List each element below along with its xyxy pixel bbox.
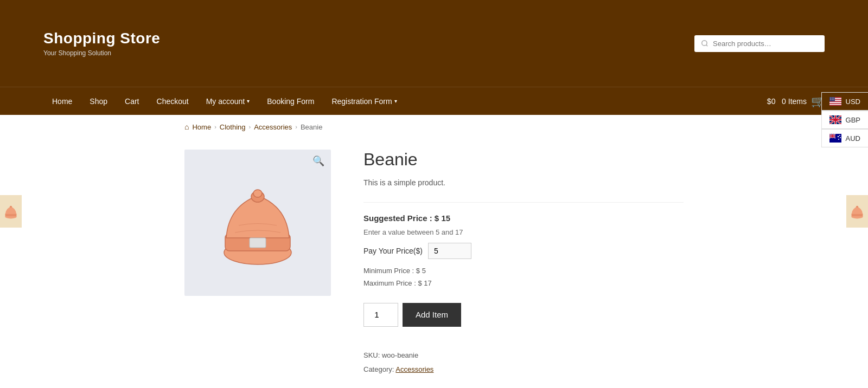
nav-registration-form[interactable]: Registration Form ▾ bbox=[323, 87, 405, 115]
next-product-image bbox=[850, 202, 865, 221]
next-product-thumb[interactable] bbox=[846, 195, 868, 228]
search-icon bbox=[701, 40, 709, 47]
brand: Shopping Store Your Shopping Solution bbox=[43, 30, 160, 57]
svg-point-13 bbox=[830, 98, 831, 98]
max-price: Maximum Price : $ 17 bbox=[363, 277, 684, 289]
svg-point-18 bbox=[833, 99, 834, 100]
breadcrumb-sep: › bbox=[214, 124, 216, 130]
currency-usd-label: USD bbox=[846, 98, 860, 106]
svg-line-1 bbox=[706, 45, 708, 47]
pricing-section: Suggested Price : $ 15 Enter a value bet… bbox=[363, 202, 684, 290]
currency-aud-label: AUD bbox=[846, 134, 860, 143]
cart-area[interactable]: $0 0 Items 🛒 bbox=[767, 95, 825, 108]
product-image bbox=[214, 174, 301, 271]
currency-gbp[interactable]: GBP bbox=[821, 111, 868, 129]
svg-point-39 bbox=[839, 135, 840, 136]
svg-rect-11 bbox=[829, 104, 841, 105]
store-name: Shopping Store bbox=[43, 30, 160, 47]
min-max-info: Minimum Price : $ 5 Maximum Price : $ 17 bbox=[363, 264, 684, 290]
currency-aud[interactable]: AUD bbox=[821, 129, 868, 147]
nav-home[interactable]: Home bbox=[43, 87, 81, 115]
breadcrumb-home[interactable]: Home bbox=[192, 123, 211, 131]
currency-gbp-label: GBP bbox=[846, 116, 860, 124]
pay-your-price-row: Pay Your Price($) bbox=[363, 243, 684, 259]
product-sku: SKU: woo-beanie bbox=[363, 348, 684, 363]
site-header: Shopping Store Your Shopping Solution bbox=[0, 0, 868, 87]
breadcrumb-sep: › bbox=[295, 124, 297, 130]
svg-rect-12 bbox=[829, 97, 835, 101]
product-category-link[interactable]: Accessories bbox=[395, 365, 433, 373]
svg-point-47 bbox=[856, 206, 858, 208]
svg-point-40 bbox=[840, 137, 841, 138]
nav-my-account[interactable]: My account ▾ bbox=[197, 87, 259, 115]
flag-usd-icon bbox=[829, 97, 841, 106]
nav-booking-form[interactable]: Booking Form bbox=[258, 87, 323, 115]
prev-product-thumb[interactable] bbox=[0, 195, 22, 228]
suggested-price: Suggested Price : $ 15 bbox=[363, 214, 684, 223]
svg-point-14 bbox=[832, 98, 832, 98]
store-tagline: Your Shopping Solution bbox=[43, 49, 160, 57]
svg-point-5 bbox=[253, 190, 262, 197]
cart-price: $0 0 Items bbox=[767, 97, 807, 106]
svg-point-17 bbox=[832, 99, 832, 100]
quantity-input[interactable] bbox=[363, 303, 398, 327]
product-details: Beanie This is a simple product. Suggest… bbox=[363, 150, 684, 377]
pay-your-price-label: Pay Your Price($) bbox=[363, 247, 423, 255]
svg-point-0 bbox=[702, 41, 707, 46]
nav-checkout[interactable]: Checkout bbox=[148, 87, 197, 115]
search-box[interactable] bbox=[694, 35, 825, 52]
add-to-cart-row: Add Item bbox=[363, 303, 684, 327]
svg-point-44 bbox=[10, 206, 12, 208]
min-price: Minimum Price : $ 5 bbox=[363, 264, 684, 277]
price-note: Enter a value between 5 and 17 bbox=[363, 228, 684, 236]
nav-shop[interactable]: Shop bbox=[81, 87, 116, 115]
breadcrumb-current: Beanie bbox=[301, 123, 322, 131]
product-category: Category: Accessories bbox=[363, 363, 684, 377]
breadcrumb: ⌂ Home › Clothing › Accessories › Beanie bbox=[0, 115, 868, 139]
add-item-button[interactable]: Add Item bbox=[403, 303, 461, 327]
svg-point-38 bbox=[837, 136, 838, 137]
breadcrumb-accessories[interactable]: Accessories bbox=[254, 123, 292, 131]
product-title: Beanie bbox=[363, 150, 684, 170]
zoom-icon[interactable]: 🔍 bbox=[312, 155, 324, 167]
chevron-down-icon: ▾ bbox=[247, 98, 250, 104]
product-main: 🔍 Beanie This is a simple product. Sugge… bbox=[0, 139, 868, 387]
flag-aud-icon bbox=[829, 134, 841, 143]
nav-cart[interactable]: Cart bbox=[116, 87, 148, 115]
svg-rect-6 bbox=[250, 238, 266, 248]
home-icon: ⌂ bbox=[184, 122, 189, 131]
chevron-down-icon: ▾ bbox=[394, 98, 397, 104]
currency-switcher: USD GBP bbox=[821, 92, 868, 147]
svg-rect-10 bbox=[829, 102, 841, 103]
svg-point-16 bbox=[830, 99, 831, 100]
main-nav: Home Shop Cart Checkout My account ▾ Boo… bbox=[0, 87, 868, 115]
search-input[interactable] bbox=[713, 40, 818, 48]
prev-product-image bbox=[3, 202, 18, 221]
breadcrumb-clothing[interactable]: Clothing bbox=[220, 123, 246, 131]
svg-point-41 bbox=[838, 139, 839, 140]
pay-your-price-input[interactable] bbox=[428, 243, 471, 259]
svg-point-15 bbox=[833, 98, 834, 98]
product-image-container: 🔍 bbox=[184, 150, 331, 296]
flag-gbp-icon bbox=[829, 115, 841, 124]
breadcrumb-sep: › bbox=[249, 124, 251, 130]
product-description: This is a simple product. bbox=[363, 178, 684, 187]
product-meta: SKU: woo-beanie Category: Accessories bbox=[363, 348, 684, 377]
currency-usd[interactable]: USD bbox=[821, 92, 868, 111]
